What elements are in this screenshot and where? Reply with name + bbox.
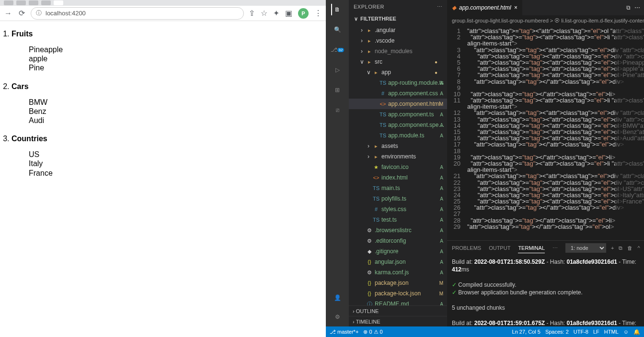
share-icon[interactable]: ⇪ <box>249 9 255 18</box>
more-icon[interactable]: ⋯ <box>437 4 443 10</box>
outline-section[interactable]: › OUTLINE <box>349 305 447 316</box>
code-editor[interactable]: 1234567891011121314151617181920212223242… <box>447 26 644 240</box>
browser-tab-strip <box>0 0 326 6</box>
bottom-panel: PROBLEMS OUTPUT TERMINAL ⋯ 1: node + ⧉ 🗑… <box>447 240 644 326</box>
browser-tab[interactable] <box>16 0 26 5</box>
tab-output[interactable]: OUTPUT <box>489 243 510 253</box>
list-item: Benz <box>29 107 324 116</box>
split-icon[interactable]: ⧉ <box>626 4 631 11</box>
kill-terminal-icon[interactable]: 🗑 <box>627 245 632 251</box>
terminal-output[interactable]: Build at: 2022-08-01T21:58:50.529Z - Has… <box>447 255 644 326</box>
file-item[interactable]: {}package-lock.jsonM <box>349 288 447 299</box>
file-item[interactable]: TSapp.module.tsA <box>349 130 447 141</box>
encoding-indicator[interactable]: UTF-8 <box>574 329 588 335</box>
eol-indicator[interactable]: LF <box>593 329 599 335</box>
file-item[interactable]: ⓘREADME.mdA <box>349 299 447 305</box>
folder-item[interactable]: ›▸node_modules <box>349 46 447 56</box>
settings-icon[interactable]: ⚙ <box>332 311 343 323</box>
file-item[interactable]: ◆.gitignoreA <box>349 246 447 257</box>
project-root[interactable]: ∨FILTERTHREE <box>349 13 447 24</box>
file-item[interactable]: #styles.cssA <box>349 204 447 214</box>
forward-icon[interactable]: → <box>4 9 12 18</box>
browser-tab-active[interactable] <box>54 0 63 5</box>
file-item[interactable]: TSmain.tsA <box>349 183 447 193</box>
section-title: Cars <box>12 82 324 91</box>
browser-tab[interactable] <box>41 0 51 5</box>
profile-avatar[interactable]: P <box>298 8 309 19</box>
feedback-icon[interactable]: ☺ <box>623 329 629 335</box>
file-item[interactable]: {}angular.jsonA <box>349 257 447 267</box>
folder-item[interactable]: ›▸environments <box>349 151 447 162</box>
more-icon[interactable]: ⋯ <box>634 4 640 11</box>
explorer-title: EXPLORER <box>354 4 384 10</box>
menu-icon[interactable]: ⋮ <box>314 9 322 18</box>
editor-tab-active[interactable]: ◆ app.component.html × <box>447 0 523 15</box>
folder-item[interactable]: ›▸.vscode <box>349 35 447 46</box>
file-item[interactable]: <>index.htmlA <box>349 172 447 183</box>
account-icon[interactable]: 👤 <box>332 292 343 303</box>
file-item[interactable]: TSapp.component.tsA <box>349 109 447 120</box>
explorer-header: EXPLORER ⋯ <box>349 0 447 13</box>
language-indicator[interactable]: HTML <box>604 329 619 335</box>
branch-indicator[interactable]: ⎇ master*+ <box>330 329 358 335</box>
file-item[interactable]: ⚙karma.conf.jsA <box>349 267 447 278</box>
editor-tabs: ◆ app.component.html × ⧉ ⋯ <box>447 0 644 15</box>
file-item[interactable]: ⚙.browserslistrcA <box>349 225 447 236</box>
list-item: France <box>29 168 324 178</box>
breadcrumb[interactable]: group.list-group-light.list-group-number… <box>447 15 644 26</box>
extensions-icon[interactable]: ✦ <box>273 9 279 18</box>
close-icon[interactable]: × <box>514 4 518 11</box>
file-item[interactable]: #app.component.cssA <box>349 88 447 99</box>
debug-icon[interactable]: ▷ <box>332 64 343 76</box>
source-control-icon[interactable]: ⎇32 <box>332 44 343 56</box>
browser-tab[interactable] <box>4 0 13 5</box>
explorer-icon[interactable]: 🗎 <box>331 4 343 15</box>
search-icon[interactable]: 🔍 <box>332 24 343 35</box>
file-item[interactable]: ★favicon.icoA <box>349 162 447 172</box>
folder-item[interactable]: ›▸.angular <box>349 25 447 35</box>
file-item[interactable]: <>app.component.htmlM <box>349 99 447 109</box>
timeline-section[interactable]: › TIMELINE <box>349 316 447 326</box>
tab-more[interactable]: ⋯ <box>552 243 558 253</box>
folder-item[interactable]: ∨▸app● <box>349 67 447 78</box>
cursor-position[interactable]: Ln 27, Col 5 <box>512 329 540 335</box>
address-bar[interactable]: ⓘ localhost:4200 <box>31 7 244 20</box>
panel-icon[interactable]: ▣ <box>285 9 292 18</box>
tab-label: app.component.html <box>459 4 511 11</box>
remote-icon[interactable]: ⎚ <box>332 104 343 116</box>
bell-icon[interactable]: 🔔 <box>633 329 640 335</box>
new-terminal-icon[interactable]: + <box>611 245 614 251</box>
problems-indicator[interactable]: ⊗ 0 ⚠ 0 <box>363 329 382 335</box>
tab-terminal[interactable]: TERMINAL <box>518 243 545 253</box>
reload-icon[interactable]: ⟳ <box>17 9 26 18</box>
section-title: Fruits <box>12 30 324 38</box>
split-terminal-icon[interactable]: ⧉ <box>619 245 622 251</box>
file-item[interactable]: ⚙.editorconfigA <box>349 236 447 246</box>
bookmark-icon[interactable]: ☆ <box>261 9 267 18</box>
status-bar: ⎇ master*+ ⊗ 0 ⚠ 0 Ln 27, Col 5 Spaces: … <box>326 326 644 337</box>
file-item[interactable]: {}package.jsonM <box>349 278 447 288</box>
activity-bar: 🗎 🔍 ⎇32 ▷ ⊞ ⎚ 👤 ⚙ <box>326 0 349 326</box>
tab-problems[interactable]: PROBLEMS <box>452 243 481 253</box>
info-icon: ⓘ <box>36 9 42 17</box>
list-item: Italy <box>29 159 324 168</box>
list-item: Pineapple <box>29 45 324 54</box>
maximize-icon[interactable]: ^ <box>637 245 640 251</box>
indent-indicator[interactable]: Spaces: 2 <box>545 329 569 335</box>
section-title: Countries <box>12 135 324 143</box>
list-item: Audi <box>29 116 324 125</box>
list-item: Pine <box>29 63 324 72</box>
extensions-icon[interactable]: ⊞ <box>332 84 343 96</box>
explorer-sidebar: EXPLORER ⋯ ∨FILTERTHREE ›▸.angular›▸.vsc… <box>349 0 447 326</box>
browser-actions: ⇪ ☆ ✦ ▣ P ⋮ <box>249 8 322 19</box>
file-item[interactable]: TSapp-routing.module.tsA <box>349 78 447 88</box>
folder-item[interactable]: ∨▸src● <box>349 56 447 67</box>
browser-tab[interactable] <box>29 0 38 5</box>
editor-area: ◆ app.component.html × ⧉ ⋯ group.list-gr… <box>447 0 644 326</box>
file-item[interactable]: TSapp.component.spec.tsA <box>349 120 447 130</box>
file-item[interactable]: TStest.tsA <box>349 214 447 225</box>
folder-item[interactable]: ›▸assets <box>349 141 447 151</box>
minimap[interactable] <box>615 26 644 240</box>
file-item[interactable]: TSpolyfills.tsA <box>349 193 447 204</box>
terminal-select[interactable]: 1: node <box>565 243 606 253</box>
